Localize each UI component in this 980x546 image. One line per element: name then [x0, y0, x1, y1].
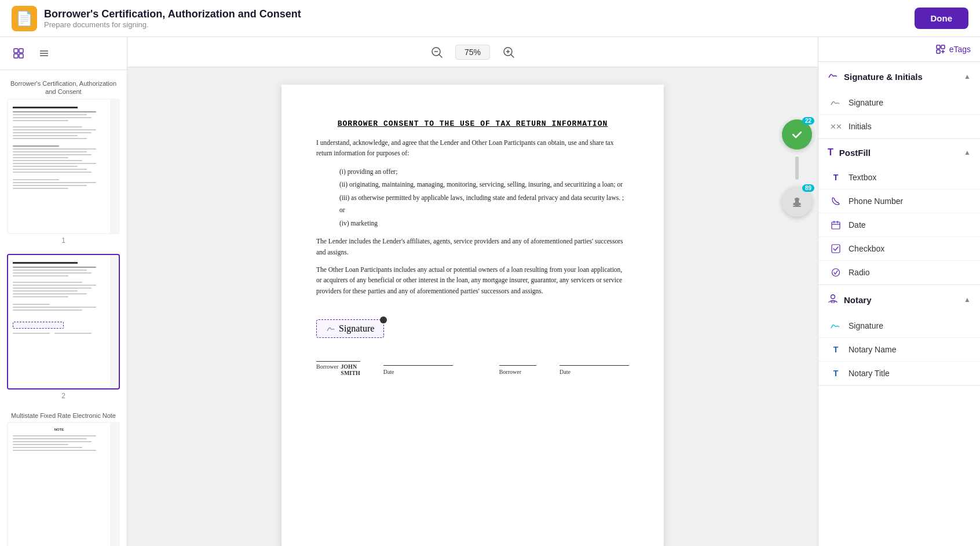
zoom-in-button[interactable]: [499, 43, 518, 61]
document-subtitle: Prepare documents for signing.: [44, 20, 301, 29]
svg-rect-23: [832, 222, 840, 229]
notary-title-item-label: Notary Title: [849, 369, 890, 378]
etags-icon: [935, 44, 946, 54]
svg-rect-2: [14, 54, 18, 58]
doc1-name: Borrower's Certification, Authorization …: [7, 77, 120, 99]
zoom-level: 75%: [455, 45, 490, 60]
panel-content: Signature & Initials ▲ Signature ✕✕ Init…: [818, 62, 980, 546]
postfill-header-left: T PostFill: [828, 147, 871, 158]
thumbnail-page-3[interactable]: NOTE: [7, 422, 120, 546]
signature-section-title: Signature & Initials: [844, 72, 923, 82]
doc-list: (i) providing an offer; (ii) originating…: [339, 166, 629, 229]
textbox-item[interactable]: T Textbox: [818, 166, 980, 190]
thumbnail-frame-2: ▶: [7, 254, 120, 390]
stamp-icon: [790, 195, 804, 209]
header-left: 📄 Borrower's Certification, Authorizatio…: [12, 6, 301, 31]
svg-rect-19: [941, 45, 945, 49]
date-caption-2: Date: [560, 369, 571, 375]
postfill-header[interactable]: T PostFill ▲: [818, 139, 980, 166]
svg-rect-3: [19, 54, 23, 58]
thumbnail-page-1[interactable]: 1: [7, 99, 120, 245]
thumbnail-frame-1: [7, 99, 120, 234]
svg-rect-0: [14, 49, 18, 53]
checkbox-item[interactable]: Checkbox: [818, 237, 980, 261]
notary-title-item[interactable]: T Notary Title: [818, 362, 980, 385]
initials-item-icon: ✕✕: [830, 122, 842, 131]
sig-field-label: Signature: [339, 323, 374, 334]
sig-col-1: Borrower JOHN SMITH: [316, 343, 360, 376]
page-number-2: 2: [7, 392, 120, 400]
svg-rect-30: [831, 301, 835, 303]
notary-header[interactable]: Notary ▲: [818, 285, 980, 314]
svg-point-16: [795, 198, 799, 201]
phone-number-item-label: Phone Number: [849, 196, 903, 206]
center-area: 75% BORROWER CONSENT TO THE USE OF TAX R…: [127, 37, 818, 546]
postfill-section-icon: T: [828, 147, 833, 158]
sig-drag-dot: [380, 316, 387, 323]
date-caption-1: Date: [383, 369, 394, 375]
thumbnail-view-button[interactable]: [9, 44, 28, 63]
thumbnail-frame-3: NOTE: [7, 422, 120, 546]
svg-rect-27: [832, 245, 840, 253]
signature-item-icon: [830, 99, 842, 107]
doc-para2: The Lender includes the Lender's affilia…: [316, 236, 629, 257]
sig-line-2: [499, 365, 536, 366]
list-view-button[interactable]: [35, 44, 53, 63]
radio-icon: [830, 268, 842, 277]
postfill-section-chevron: ▲: [964, 148, 971, 156]
doc-para1: I understand, acknowledge, and agree tha…: [316, 137, 629, 159]
done-button[interactable]: Done: [915, 8, 969, 29]
svg-rect-17: [793, 206, 801, 207]
resize-handle[interactable]: [795, 156, 799, 180]
doc3-name: Multistate Fixed Rate Electronic Note: [7, 409, 120, 422]
sig-date-col-1: Date: [383, 347, 453, 376]
document-viewer: BORROWER CONSENT TO THE USE OF TAX RETUR…: [127, 67, 818, 546]
right-panel-toolbar: eTags: [818, 37, 980, 62]
date-icon: [830, 220, 842, 230]
doc-heading: BORROWER CONSENT TO THE USE OF TAX RETUR…: [316, 119, 629, 128]
notary-signature-item[interactable]: Signature: [818, 314, 980, 338]
signature-field[interactable]: Signature: [316, 319, 384, 338]
left-sidebar: Borrower's Certification, Authorization …: [0, 37, 127, 546]
radio-item[interactable]: Radio: [818, 261, 980, 285]
sidebar-toolbar: [0, 37, 127, 70]
svg-rect-18: [937, 45, 940, 49]
phone-number-item[interactable]: Phone Number: [818, 190, 980, 213]
float-stamp-btn[interactable]: 89: [782, 187, 812, 217]
notary-name-item[interactable]: T Notary Name: [818, 338, 980, 362]
notary-title-icon: T: [830, 369, 842, 378]
notary-name-icon: T: [830, 345, 842, 354]
float-check-btn[interactable]: 22: [782, 119, 812, 150]
sig-col-2: Borrower: [499, 347, 536, 376]
list-item: (i) providing an offer;: [339, 166, 629, 178]
notary-name-item-label: Notary Name: [849, 345, 896, 354]
signature-initials-header[interactable]: Signature & Initials ▲: [818, 62, 980, 91]
sig-row: Borrower JOHN SMITH Date Borrower: [316, 343, 629, 376]
borrower2-caption: Borrower: [499, 369, 521, 375]
notary-section-chevron: ▲: [964, 296, 971, 304]
thumbnail-page-2[interactable]: ▶: [7, 254, 120, 400]
initials-item[interactable]: ✕✕ Initials: [818, 115, 980, 139]
zoom-out-button[interactable]: [427, 43, 446, 61]
checkbox-item-label: Checkbox: [849, 244, 884, 253]
date-item[interactable]: Date: [818, 213, 980, 237]
thumbnail-image-2: [8, 255, 110, 388]
svg-line-13: [511, 54, 514, 57]
etags-button[interactable]: eTags: [935, 44, 971, 54]
postfill-section: T PostFill ▲ T Textbox Phone Number: [818, 139, 980, 285]
check-icon: [790, 128, 804, 141]
notary-signature-icon: [830, 322, 842, 330]
main-layout: Borrower's Certification, Authorization …: [0, 37, 980, 546]
checkbox-icon: [830, 244, 842, 253]
list-item: (iv) marketing: [339, 217, 629, 230]
notary-section-title: Notary: [844, 295, 872, 305]
svg-point-29: [831, 295, 835, 299]
doc-para3: The Other Loan Participants includes any…: [316, 264, 629, 296]
sig-icon: [326, 324, 335, 333]
check-badge: 22: [802, 117, 814, 125]
textbox-item-icon: T: [830, 173, 842, 182]
signature-section: Signature Borrower JOHN SMITH: [316, 319, 629, 376]
signature-item[interactable]: Signature: [818, 91, 980, 115]
viewer-toolbar: 75%: [127, 37, 818, 67]
sidebar-thumbnails: Borrower's Certification, Authorization …: [0, 70, 127, 546]
